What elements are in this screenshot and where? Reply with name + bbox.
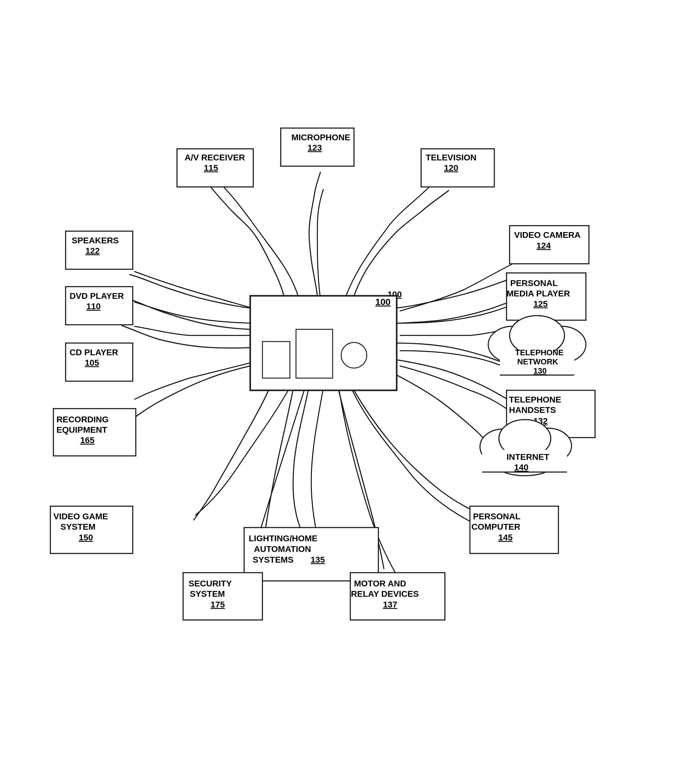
svg-text:LIGHTING/HOME: LIGHTING/HOME <box>249 534 318 543</box>
svg-rect-1 <box>263 342 290 378</box>
svg-text:CD PLAYER: CD PLAYER <box>70 348 118 357</box>
svg-text:VIDEO GAME: VIDEO GAME <box>53 512 108 521</box>
svg-text:TELEPHONE: TELEPHONE <box>509 395 561 404</box>
svg-text:120: 120 <box>444 163 458 173</box>
svg-text:135: 135 <box>311 555 325 565</box>
svg-text:123: 123 <box>308 143 322 153</box>
svg-text:165: 165 <box>80 436 95 445</box>
svg-text:COMPUTER: COMPUTER <box>472 522 520 531</box>
svg-text:124: 124 <box>537 241 551 250</box>
svg-text:122: 122 <box>86 246 100 256</box>
svg-text:145: 145 <box>498 533 513 542</box>
svg-text:175: 175 <box>210 600 225 609</box>
svg-text:100: 100 <box>375 297 390 307</box>
svg-text:TELEPHONE: TELEPHONE <box>515 348 564 357</box>
svg-rect-2 <box>296 329 333 378</box>
svg-text:SYSTEM: SYSTEM <box>190 589 225 599</box>
svg-text:SYSTEM: SYSTEM <box>61 522 96 531</box>
svg-text:SECURITY: SECURITY <box>189 579 232 588</box>
svg-text:VIDEO CAMERA: VIDEO CAMERA <box>514 230 581 240</box>
svg-text:DVD PLAYER: DVD PLAYER <box>70 291 124 301</box>
svg-text:115: 115 <box>204 163 218 173</box>
svg-point-3 <box>341 342 367 368</box>
svg-text:TELEVISION: TELEVISION <box>425 153 476 162</box>
svg-text:130: 130 <box>534 366 547 375</box>
svg-text:105: 105 <box>85 358 99 367</box>
svg-text:HANDSETS: HANDSETS <box>509 405 556 415</box>
svg-text:SPEAKERS: SPEAKERS <box>72 236 119 245</box>
svg-text:110: 110 <box>86 302 101 311</box>
svg-text:AUTOMATION: AUTOMATION <box>254 544 311 554</box>
svg-text:RELAY DEVICES: RELAY DEVICES <box>351 589 419 599</box>
svg-text:NETWORK: NETWORK <box>517 357 558 366</box>
svg-text:PERSONAL: PERSONAL <box>473 512 521 521</box>
svg-text:PERSONAL: PERSONAL <box>510 278 558 288</box>
svg-text:MICROPHONE: MICROPHONE <box>292 133 350 142</box>
svg-text:125: 125 <box>534 299 548 309</box>
svg-text:EQUIPMENT: EQUIPMENT <box>56 425 107 434</box>
svg-text:INTERNET: INTERNET <box>507 452 549 462</box>
svg-text:MOTOR AND: MOTOR AND <box>354 579 406 588</box>
svg-text:RECORDING: RECORDING <box>56 415 108 424</box>
svg-text:150: 150 <box>79 533 93 542</box>
svg-text:MEDIA PLAYER: MEDIA PLAYER <box>507 289 570 298</box>
svg-text:140: 140 <box>514 463 529 472</box>
svg-text:137: 137 <box>383 600 397 609</box>
svg-text:A/V RECEIVER: A/V RECEIVER <box>185 153 245 162</box>
full-diagram: 100 A/V RECEIVER 115 MICROPHONE 123 TELE… <box>0 0 682 784</box>
svg-text:SYSTEMS: SYSTEMS <box>253 555 293 565</box>
